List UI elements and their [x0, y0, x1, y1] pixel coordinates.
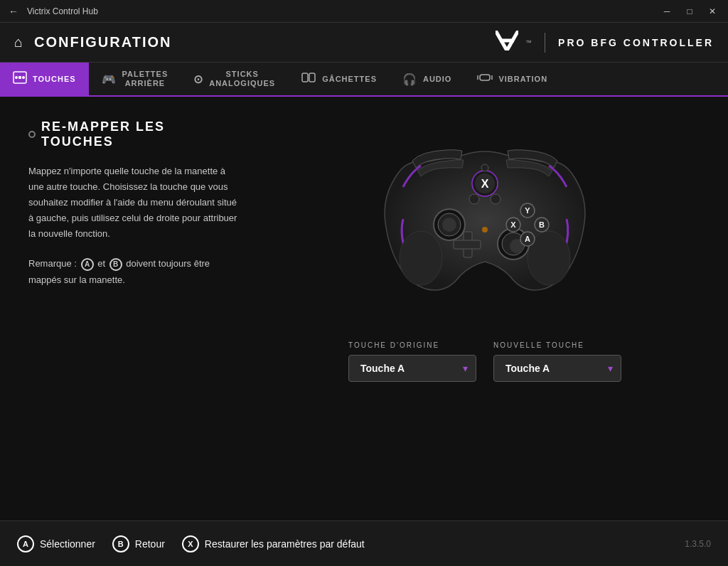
origin-dropdown-wrapper: Touche A Touche B Touche X Touche Y ▾ — [348, 355, 476, 382]
minimize-button[interactable]: ─ — [657, 4, 677, 19]
origin-dropdown[interactable]: Touche A Touche B Touche X Touche Y — [348, 355, 476, 382]
svg-point-36 — [482, 227, 488, 233]
restore-btn-circle: X — [182, 535, 199, 552]
svg-rect-8 — [309, 73, 315, 82]
vibration-icon — [477, 72, 493, 86]
home-icon: ⌂ — [14, 34, 23, 50]
new-dropdown[interactable]: Touche A Touche B Touche X Touche Y — [493, 355, 621, 382]
dropdowns-row: TOUCHE D'ORIGINE Touche A Touche B Touch… — [348, 341, 621, 382]
new-dropdown-group: NOUVELLE TOUCHE Touche A Touche B Touche… — [493, 341, 621, 382]
titlebar-title: Victrix Control Hub — [27, 6, 98, 16]
footer-back-action: B Retour — [112, 535, 165, 552]
controller-image: X Y X — [364, 119, 606, 319]
svg-rect-9 — [480, 75, 490, 80]
page-title: CONFIGURATION — [34, 34, 171, 50]
main-content: RE-MAPPER LES TOUCHES Mappez n'importe q… — [0, 97, 728, 520]
svg-text:Y: Y — [525, 206, 530, 215]
logo-divider — [545, 33, 545, 53]
back-action-label: Retour — [135, 538, 165, 550]
tab-touches-label: TOUCHES — [33, 75, 76, 83]
tab-audio[interactable]: 🎧 AUDIO — [390, 63, 464, 95]
back-btn-circle: B — [112, 535, 129, 552]
titlebar-left: ← Victrix Control Hub — [6, 3, 98, 20]
svg-point-4 — [15, 76, 18, 79]
tab-gachettes-label: GÂCHETTES — [322, 75, 377, 83]
palettes-icon: 🎮 — [102, 73, 117, 86]
section-note: Remarque : A et B doivent toujours être … — [28, 256, 242, 287]
svg-text:X: X — [481, 178, 489, 190]
footer-actions: A Sélectionner B Retour X Restaurer les … — [17, 535, 365, 552]
back-button[interactable]: ← — [6, 3, 21, 20]
svg-rect-25 — [454, 240, 481, 249]
restore-action-label: Restaurer les paramètres par défaut — [205, 538, 365, 550]
new-dropdown-label: NOUVELLE TOUCHE — [493, 341, 621, 349]
titlebar-controls: ─ □ ✕ — [657, 4, 722, 19]
svg-point-34 — [469, 194, 479, 204]
touches-icon — [13, 71, 27, 87]
left-panel: RE-MAPPER LES TOUCHES Mappez n'importe q… — [28, 119, 242, 498]
maximize-button[interactable]: □ — [680, 4, 700, 19]
header: ⌂ CONFIGURATION ™ PRO BFG CONTROLLER — [0, 23, 728, 63]
footer-select-action: A Sélectionner — [17, 535, 95, 552]
new-dropdown-wrapper: Touche A Touche B Touche X Touche Y ▾ — [493, 355, 621, 382]
section-description: Mappez n'importe quelle touche de la man… — [28, 164, 242, 242]
svg-rect-6 — [18, 76, 21, 79]
svg-text:X: X — [510, 220, 516, 229]
footer-restore-action: X Restaurer les paramètres par défaut — [182, 535, 365, 552]
select-btn-circle: A — [17, 535, 34, 552]
origin-dropdown-label: TOUCHE D'ORIGINE — [348, 341, 476, 349]
logo-tm: ™ — [525, 39, 532, 46]
tab-palettes[interactable]: 🎮 PALETTESARRIÈRE — [89, 63, 181, 95]
note-b-label: B — [109, 258, 122, 271]
sticks-icon: ⊙ — [193, 73, 203, 86]
right-panel: X Y X — [270, 119, 700, 498]
svg-point-35 — [491, 194, 500, 204]
svg-text:B: B — [539, 220, 545, 229]
note-a-label: A — [81, 258, 94, 271]
audio-icon: 🎧 — [402, 73, 417, 86]
logo-product-name: PRO BFG CONTROLLER — [558, 37, 714, 48]
origin-dropdown-group: TOUCHE D'ORIGINE Touche A Touche B Touch… — [348, 341, 476, 382]
note-et: et — [97, 258, 105, 269]
tab-vibration-label: VIBRATION — [498, 75, 547, 83]
svg-point-12 — [400, 231, 442, 285]
titlebar: ← Victrix Control Hub ─ □ ✕ — [0, 0, 728, 23]
close-button[interactable]: ✕ — [702, 4, 722, 19]
brand-logo: ™ PRO BFG CONTROLLER — [496, 31, 714, 55]
select-action-label: Sélectionner — [40, 538, 95, 550]
svg-point-19 — [442, 218, 456, 232]
tab-sticks[interactable]: ⊙ STICKSANALOGIQUES — [181, 63, 288, 95]
tab-sticks-label: STICKSANALOGIQUES — [209, 70, 275, 88]
footer: A Sélectionner B Retour X Restaurer les … — [0, 520, 728, 566]
section-title: RE-MAPPER LES TOUCHES — [41, 119, 242, 149]
svg-rect-7 — [302, 73, 308, 82]
nav-tabs: TOUCHES 🎮 PALETTESARRIÈRE ⊙ STICKSANALOG… — [0, 63, 728, 97]
tab-gachettes[interactable]: GÂCHETTES — [288, 63, 390, 95]
tab-touches[interactable]: TOUCHES — [0, 63, 89, 95]
note-prefix: Remarque : — [28, 258, 77, 269]
gachettes-icon — [301, 71, 316, 87]
svg-point-37 — [481, 164, 488, 171]
logo-x-icon — [496, 31, 518, 55]
svg-text:A: A — [525, 235, 530, 243]
accent-circle — [28, 131, 36, 138]
svg-point-5 — [22, 76, 25, 79]
tab-vibration[interactable]: VIBRATION — [464, 63, 560, 95]
tab-audio-label: AUDIO — [423, 75, 451, 83]
version-label: 1.3.5.0 — [685, 539, 711, 549]
tab-palettes-label: PALETTESARRIÈRE — [122, 70, 168, 88]
